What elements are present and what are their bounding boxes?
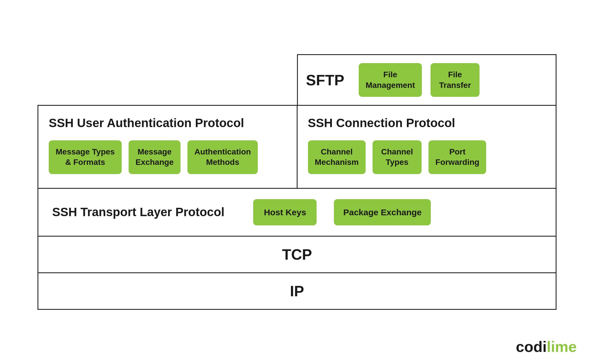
tcp-section: TCP xyxy=(37,237,557,273)
transport-title: SSH Transport Layer Protocol xyxy=(52,205,224,219)
main-diagram: SFTP FileManagement FileTransfer SSH Use… xyxy=(37,54,557,310)
ip-section: IP xyxy=(37,273,557,310)
connection-boxes-row: ChannelMechanism ChannelTypes PortForwar… xyxy=(308,140,546,174)
channel-types-box: ChannelTypes xyxy=(373,140,422,174)
connection-protocol-section: SSH Connection Protocol ChannelMechanism… xyxy=(298,106,556,188)
sftp-section: SFTP FileManagement FileTransfer xyxy=(297,54,557,106)
auth-boxes-row: Message Types& Formats MessageExchange A… xyxy=(49,140,286,174)
message-exchange-box: MessageExchange xyxy=(129,140,181,174)
sftp-label: SFTP xyxy=(306,71,344,89)
auth-protocol-section: SSH User Authentication Protocol Message… xyxy=(38,106,298,188)
branding-codi: codi xyxy=(516,338,547,355)
branding: codilime xyxy=(516,338,577,355)
middle-section: SSH User Authentication Protocol Message… xyxy=(37,105,557,189)
file-management-box: FileManagement xyxy=(359,63,422,97)
connection-protocol-title: SSH Connection Protocol xyxy=(308,116,546,130)
authentication-methods-box: AuthenticationMethods xyxy=(187,140,258,174)
message-types-formats-box: Message Types& Formats xyxy=(49,140,122,174)
package-exchange-box: Package Exchange xyxy=(334,199,431,225)
host-keys-box: Host Keys xyxy=(253,199,317,225)
ip-label: IP xyxy=(290,282,304,300)
file-transfer-box: FileTransfer xyxy=(431,63,480,97)
branding-lime: lime xyxy=(547,338,577,355)
port-forwarding-box: PortForwarding xyxy=(428,140,486,174)
transport-section: SSH Transport Layer Protocol Host Keys P… xyxy=(37,189,557,237)
tcp-label: TCP xyxy=(282,246,312,263)
channel-mechanism-box: ChannelMechanism xyxy=(308,140,366,174)
auth-protocol-title: SSH User Authentication Protocol xyxy=(49,116,286,130)
